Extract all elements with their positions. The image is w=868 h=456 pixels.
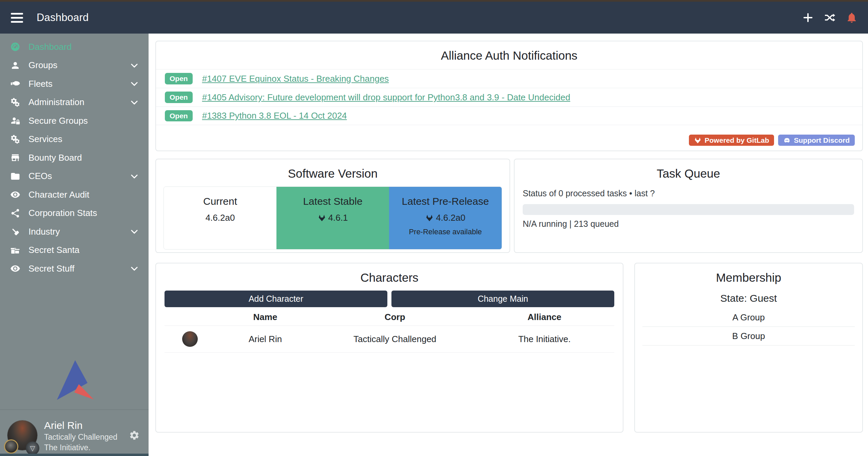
discord-icon — [783, 137, 791, 144]
version-value: 4.6.1 — [328, 213, 348, 223]
gitlab-icon — [694, 137, 701, 144]
add-character-button[interactable]: Add Character — [165, 291, 387, 307]
chevron-down-icon — [130, 227, 139, 236]
membership-panel: Membership State: Guest A Group B Group — [634, 263, 863, 433]
plus-icon[interactable] — [802, 12, 814, 23]
space-shuttle-icon — [9, 79, 21, 89]
task-queue-panel: Task Queue Status of 0 processed tasks •… — [514, 159, 863, 253]
shuffle-icon[interactable] — [824, 12, 835, 23]
sidebar-item-label: Groups — [28, 60, 57, 71]
sidebar-item-label: Administration — [28, 97, 84, 107]
cogs-icon — [9, 134, 21, 144]
prerelease-note: Pre-Release available — [389, 227, 502, 236]
sidebar-item-dashboard[interactable]: Dashboard — [0, 38, 149, 56]
change-main-button[interactable]: Change Main — [391, 291, 614, 307]
membership-group: A Group — [642, 308, 855, 327]
character-portrait — [182, 331, 198, 347]
characters-table-header: Name Corp Alliance — [165, 309, 614, 325]
sidebar-item-bounty-board[interactable]: Bounty Board — [0, 148, 149, 167]
version-label: Current — [164, 196, 276, 207]
gitlab-badge-label: Powered by GitLab — [705, 136, 769, 144]
sidebar: Dashboard Groups Fleets Administration S… — [0, 34, 149, 456]
sidebar-item-label: Services — [28, 134, 62, 144]
sidebar-item-secret-stuff[interactable]: Secret Stuff — [0, 259, 149, 278]
alliance-logo-badge: ▽ — [26, 441, 39, 455]
page-title: Dashboard — [37, 12, 89, 24]
status-badge: Open — [165, 92, 193, 103]
user-card: ▽ Ariel Rin Tactically Challenged The In… — [0, 418, 149, 456]
sidebar-item-corporation-stats[interactable]: Corporation Stats — [0, 204, 149, 223]
membership-title: Membership — [635, 271, 862, 284]
gear-icon[interactable] — [129, 430, 140, 441]
chevron-down-icon — [130, 79, 139, 88]
eye-icon — [9, 190, 21, 200]
task-progress-bar — [523, 204, 854, 215]
character-row[interactable]: Ariel Rin Tactically Challenged The Init… — [165, 325, 614, 353]
sidebar-item-services[interactable]: Services — [0, 130, 149, 149]
sidebar-item-administration[interactable]: Administration — [0, 93, 149, 112]
sidebar-item-secret-santa[interactable]: Secret Santa — [0, 241, 149, 260]
column-header-name: Name — [215, 312, 315, 322]
share-icon — [9, 208, 21, 218]
status-badge: Open — [165, 110, 193, 121]
version-label: Latest Pre-Release — [389, 196, 502, 207]
bell-icon[interactable] — [846, 12, 858, 24]
main-content: Alliance Auth Notifications Open #1407 E… — [149, 34, 868, 456]
hammer-icon — [9, 226, 21, 237]
character-alliance: The Initiative. — [475, 334, 614, 344]
version-box: Current 4.6.2a0 Latest Stable 4.6.1 Late… — [163, 186, 502, 250]
cogs-icon — [9, 97, 21, 107]
support-discord-badge[interactable]: Support Discord — [778, 135, 855, 146]
sidebar-item-label: Industry — [28, 226, 60, 237]
characters-title: Characters — [156, 271, 623, 284]
chevron-down-icon — [130, 264, 139, 273]
sidebar-bottom-strip — [0, 454, 149, 456]
sidebar-item-label: Character Audit — [28, 190, 89, 200]
status-badge: Open — [165, 73, 193, 84]
sidebar-item-character-audit[interactable]: Character Audit — [0, 185, 149, 204]
chevron-down-icon — [130, 98, 139, 107]
discord-badge-label: Support Discord — [794, 136, 850, 144]
task-queue-counts: N/A running | 213 queued — [523, 219, 854, 229]
character-name: Ariel Rin — [215, 334, 315, 344]
characters-table: Name Corp Alliance Ariel Rin Tactically … — [165, 309, 614, 353]
version-current: Current 4.6.2a0 — [164, 187, 276, 249]
version-value: 4.6.2a0 — [436, 213, 465, 223]
gitlab-icon — [425, 214, 433, 222]
version-value: 4.6.2a0 — [206, 213, 235, 223]
software-version-title: Software Version — [156, 167, 509, 180]
sidebar-item-groups[interactable]: Groups — [0, 56, 149, 75]
chevron-down-icon — [130, 172, 139, 181]
characters-panel: Characters Add Character Change Main Nam… — [155, 263, 623, 433]
membership-group: B Group — [642, 327, 855, 345]
sidebar-item-fleets[interactable]: Fleets — [0, 75, 149, 93]
notification-link[interactable]: #1407 EVE Equinox Status - Breaking Chan… — [202, 74, 389, 84]
user-corp: Tactically Challenged — [44, 432, 117, 442]
notification-link[interactable]: #1383 Python 3.8 EOL - 14 Oct 2024 — [202, 111, 347, 121]
user-alliance: The Initiative. — [44, 442, 117, 453]
hamburger-menu-icon[interactable] — [9, 11, 24, 25]
notifications-title: Alliance Auth Notifications — [156, 49, 862, 62]
powered-by-gitlab-badge[interactable]: Powered by GitLab — [689, 135, 774, 146]
gitlab-icon — [318, 214, 326, 222]
membership-state: State: Guest — [635, 293, 862, 304]
notification-row: Open #1383 Python 3.8 EOL - 14 Oct 2024 — [156, 106, 862, 125]
character-corp: Tactically Challenged — [315, 334, 475, 344]
version-latest-prerelease: Latest Pre-Release 4.6.2a0 Pre-Release a… — [389, 187, 502, 249]
dashboard-gauge-icon — [9, 42, 21, 52]
top-navbar: Dashboard — [0, 2, 868, 34]
sidebar-item-secure-groups[interactable]: Secure Groups — [0, 112, 149, 130]
notification-row: Open #1407 EVE Equinox Status - Breaking… — [156, 69, 862, 88]
alliance-auth-logo — [0, 358, 149, 402]
sidebar-item-industry[interactable]: Industry — [0, 222, 149, 241]
eye-icon — [9, 263, 21, 274]
sidebar-item-ceos[interactable]: CEOs — [0, 167, 149, 186]
column-header-corp: Corp — [315, 312, 475, 322]
folder-icon — [9, 171, 21, 181]
user-icon — [9, 60, 21, 71]
sidebar-item-label: Secret Stuff — [28, 263, 74, 274]
sidebar-divider — [0, 410, 149, 410]
notification-link[interactable]: #1405 Advisory: Future development will … — [202, 92, 570, 103]
corp-logo-badge — [4, 439, 18, 454]
sidebar-item-label: Fleets — [28, 79, 53, 89]
